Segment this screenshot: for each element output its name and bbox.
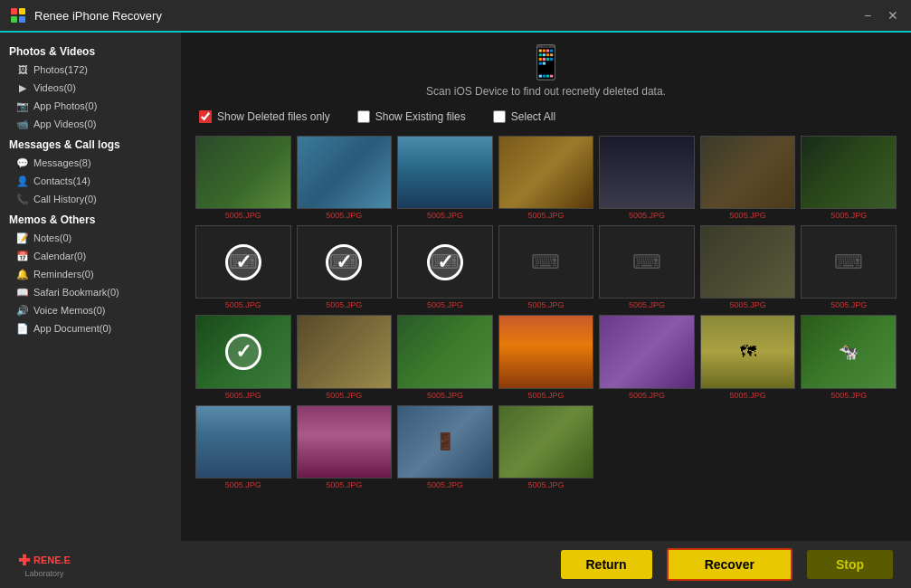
sidebar-item[interactable]: 📖Safari Bookmark(0) — [0, 283, 181, 301]
grid-item[interactable]: 5005.JPG — [599, 315, 695, 399]
sidebar-item-label: Call History(0) — [33, 194, 97, 204]
show-existing-checkbox[interactable] — [357, 110, 370, 123]
sidebar-item[interactable]: 📄App Document(0) — [0, 319, 181, 337]
scan-text: Scan iOS Device to find out recnetly del… — [181, 85, 911, 98]
sidebar-item[interactable]: 👤Contacts(14) — [0, 172, 181, 190]
grid-item[interactable]: 🗺5005.JPG — [700, 315, 796, 399]
window-controls: − ✕ — [859, 8, 902, 23]
grid-item[interactable]: 5005.JPG — [297, 405, 393, 489]
bottom-bar: ✚ RENE.E Laboratory Return Recover Stop — [0, 541, 911, 588]
grid-item-label: 5005.JPG — [427, 300, 463, 309]
sidebar-item-icon: 📹 — [16, 118, 29, 130]
select-all-label[interactable]: Select All — [493, 110, 555, 123]
grid-item-label: 5005.JPG — [527, 480, 564, 489]
grid-item-label: 5005.JPG — [427, 211, 463, 220]
grid-item[interactable]: 5005.JPG — [700, 225, 796, 309]
grid-item-label: 5005.JPG — [326, 300, 362, 309]
grid-item-label: 5005.JPG — [730, 211, 766, 220]
sidebar-item-icon: 📄 — [16, 322, 29, 335]
sidebar-item[interactable]: 🔊Voice Memos(0) — [0, 301, 181, 319]
sidebar-item[interactable]: 💬Messages(8) — [0, 154, 181, 172]
grid-item[interactable]: ⌨5005.JPG — [801, 225, 897, 309]
grid-item[interactable]: 5005.JPG — [498, 136, 594, 220]
grid-item[interactable]: 5005.JPG — [498, 315, 594, 399]
grid-item-label: 5005.JPG — [225, 391, 261, 400]
sidebar-item-label: Voice Memos(0) — [33, 305, 105, 316]
grid-item[interactable]: 🚪5005.JPG — [397, 405, 493, 489]
sidebar-item[interactable]: 🔔Reminders(0) — [0, 265, 181, 283]
grid-item[interactable]: ⌨5005.JPG — [599, 225, 695, 309]
sidebar-item[interactable]: 📝Notes(0) — [0, 229, 181, 247]
check-overlay — [225, 334, 261, 370]
sidebar-item-label: Safari Bookmark(0) — [33, 287, 119, 298]
show-deleted-checkbox[interactable] — [199, 110, 212, 123]
sidebar-item-icon: 👤 — [16, 175, 29, 187]
sidebar-item-icon: ▶ — [16, 81, 29, 94]
grid-item[interactable]: 5005.JPG5005.JPG — [297, 315, 393, 399]
check-overlay — [225, 244, 261, 280]
scan-area: 📱 Scan iOS Device to find out recnetly d… — [181, 33, 911, 105]
minimize-button[interactable]: − — [859, 8, 877, 23]
sidebar-item[interactable]: ▶Videos(0) — [0, 79, 181, 97]
sidebar-item-label: App Videos(0) — [33, 119, 97, 129]
stop-button[interactable]: Stop — [807, 550, 893, 579]
sidebar-item[interactable]: 📹App Videos(0) — [0, 115, 181, 133]
close-button[interactable]: ✕ — [884, 8, 902, 23]
image-grid-area: 5005.JPG5005.JPG5005.JPG5005.JPG5005.JPG… — [181, 128, 911, 541]
svg-rect-2 — [11, 16, 17, 23]
sidebar-section-title: Memos & Others — [0, 208, 181, 229]
grid-item[interactable]: ⌨5005.JPG — [195, 225, 291, 309]
grid-item[interactable]: 5005.JPG — [297, 136, 393, 220]
sidebar-item-label: Messages(8) — [33, 157, 91, 168]
grid-item-label: 5005.JPG — [730, 300, 766, 309]
return-button[interactable]: Return — [561, 550, 652, 579]
sidebar-item-icon: 🖼 — [16, 63, 29, 76]
sidebar-item-icon: 📷 — [16, 100, 29, 112]
select-all-checkbox[interactable] — [493, 110, 506, 123]
grid-item[interactable]: ⌨5005.JPG — [498, 225, 594, 309]
grid-item[interactable]: 5005.JPG — [195, 405, 291, 489]
grid-item[interactable]: 5005.JPG — [700, 136, 796, 220]
select-all-text: Select All — [511, 110, 555, 123]
sidebar-item[interactable]: 📞Call History(0) — [0, 190, 181, 208]
grid-item[interactable]: 5005.JPG — [599, 136, 695, 220]
grid-item[interactable]: 5005.JPG — [397, 315, 493, 399]
grid-item[interactable]: 5005.JPG — [498, 405, 594, 489]
sidebar-item[interactable]: 📷App Photos(0) — [0, 97, 181, 115]
sidebar: Photos & Videos🖼Photos(172)▶Videos(0)📷Ap… — [0, 33, 181, 541]
sidebar-item-icon: 📝 — [16, 232, 29, 244]
renee-name: RENE.E — [33, 555, 71, 565]
recover-button[interactable]: Recover — [667, 548, 792, 581]
sidebar-section-title: Photos & Videos — [0, 40, 181, 61]
app-logo — [9, 6, 27, 24]
grid-item-label: 5005.JPG — [427, 391, 463, 400]
grid-item[interactable]: 5005.JPG — [195, 315, 291, 399]
grid-item[interactable]: ⌨5005.JPG — [297, 225, 393, 309]
content-area: 📱 Scan iOS Device to find out recnetly d… — [181, 33, 911, 541]
grid-item-label: 5005.JPG — [326, 211, 362, 220]
sidebar-item[interactable]: 📅Calendar(0) — [0, 247, 181, 265]
grid-item-label: 5005.JPG — [326, 391, 362, 400]
renee-top: ✚ RENE.E — [18, 552, 71, 569]
grid-item[interactable]: ⌨5005.JPG — [397, 225, 493, 309]
show-deleted-text: Show Deleted files only — [217, 110, 330, 123]
show-deleted-label[interactable]: Show Deleted files only — [199, 110, 330, 123]
show-existing-label[interactable]: Show Existing files — [357, 110, 466, 123]
sidebar-item-icon: 📖 — [16, 286, 29, 299]
filter-bar: Show Deleted files only Show Existing fi… — [181, 105, 911, 128]
grid-item-label: 5005.JPG — [830, 391, 867, 400]
grid-item-label: 5005.JPG — [427, 480, 463, 489]
grid-item-label: 5005.JPG — [830, 211, 867, 220]
grid-item[interactable]: 5005.JPG — [397, 136, 493, 220]
grid-item-label: 5005.JPG — [326, 480, 362, 489]
grid-item[interactable]: 5005.JPG — [801, 136, 897, 220]
app-title: Renee iPhone Recovery — [34, 9, 859, 23]
grid-item-label: 5005.JPG — [225, 300, 261, 309]
sidebar-item-icon: 📅 — [16, 250, 29, 262]
grid-item[interactable]: 5005.JPG — [195, 136, 291, 220]
sidebar-item[interactable]: 🖼Photos(172) — [0, 61, 181, 79]
grid-item[interactable]: 🐄5005.JPG — [801, 315, 897, 399]
phone-scan-icon: 📱 — [181, 43, 911, 81]
check-overlay — [427, 244, 463, 280]
sidebar-item-icon: 📞 — [16, 193, 29, 205]
